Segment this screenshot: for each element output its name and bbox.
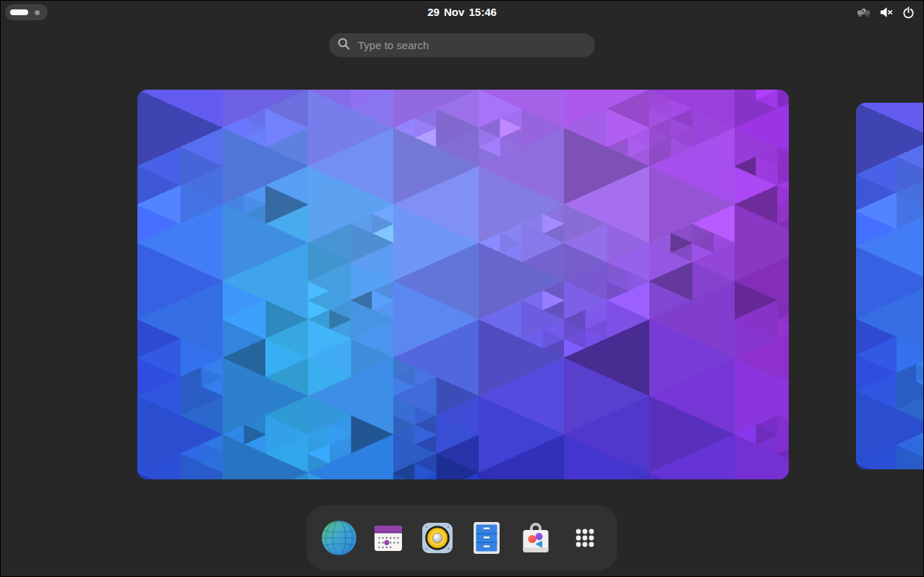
music-speaker-icon [419,520,455,556]
volume-muted-icon[interactable] [880,7,893,18]
search-icon [338,38,350,53]
files-cabinet-icon [469,520,505,556]
web-browser-globe-icon [321,520,357,556]
gnome-activities-overview: 29 Nov 15:46 ? [0,0,924,577]
dock-item-music[interactable] [419,520,455,556]
workspace-preview-current[interactable] [137,90,789,479]
search-input[interactable] [356,38,586,52]
power-icon[interactable] [902,7,915,19]
software-bag-icon [518,520,554,556]
svg-text:?: ? [861,7,865,15]
calendar-icon [370,520,406,556]
search-bar [329,33,595,57]
workspace-active-pill-icon[interactable] [10,9,28,15]
top-bar: 29 Nov 15:46 ? [1,1,923,24]
workspace-dot-icon[interactable] [35,10,40,15]
show-apps-grid-icon [567,520,603,556]
dock-item-web[interactable] [321,520,357,556]
dock-item-show-apps[interactable] [567,520,603,556]
network-offline-question-icon[interactable]: ? [857,7,870,19]
dock-item-software[interactable] [518,520,554,556]
workspace-preview-next[interactable] [856,103,924,469]
dock-item-calendar[interactable] [370,520,406,556]
dash [307,505,617,570]
system-status-area[interactable]: ? [854,1,917,24]
workspace-indicator[interactable] [5,4,48,20]
clock-button[interactable]: 29 Nov 15:46 [427,1,497,24]
dock-item-files[interactable] [469,520,505,556]
